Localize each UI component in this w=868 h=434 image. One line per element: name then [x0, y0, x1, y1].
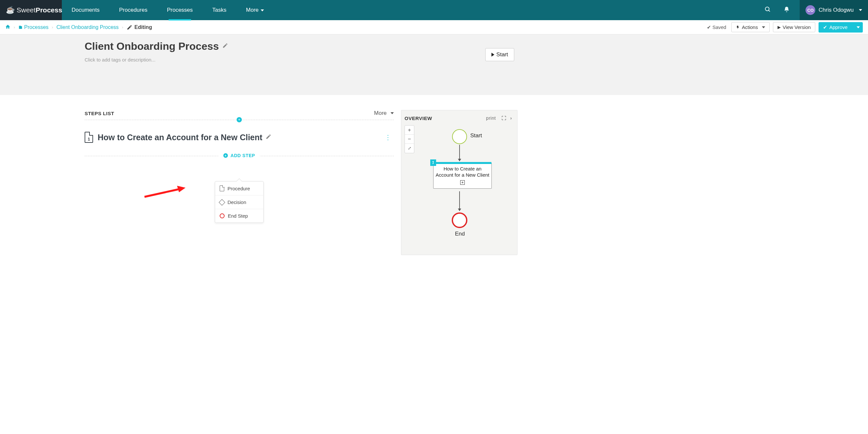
chevron-right-icon[interactable]: › — [508, 115, 514, 121]
arrow-icon — [459, 191, 460, 211]
breadcrumb-editing: Editing — [127, 24, 152, 30]
chevron-right-icon: › — [14, 25, 15, 30]
chevron-down-icon — [857, 26, 860, 28]
arrow-icon — [459, 145, 460, 161]
view-version-label: View Version — [783, 24, 811, 30]
end-circle-icon — [220, 213, 224, 218]
print-link[interactable]: print — [486, 116, 496, 121]
nav-more-label: More — [246, 7, 259, 13]
chevron-down-icon — [391, 112, 394, 114]
diagram-start-label: Start — [470, 132, 482, 139]
breadcrumb-process-name[interactable]: Client Onboarding Process — [56, 24, 119, 30]
view-version-button[interactable]: ▶ View Version — [773, 22, 815, 32]
nav-tasks[interactable]: Tasks — [203, 0, 236, 20]
page-title-text: Client Onboarding Process — [85, 40, 219, 52]
subheader: › Processes › Client Onboarding Process … — [0, 20, 868, 34]
search-icon[interactable] — [762, 4, 774, 17]
insert-step-plus[interactable]: + — [237, 117, 242, 122]
diagram-end-label: End — [455, 231, 465, 237]
add-step-divider: + ADD STEP — [85, 156, 394, 156]
logo-process: Process — [35, 6, 62, 14]
steps-list: STEPS LIST More + 1 How to Create an Acc… — [85, 110, 394, 156]
add-step-decision-label: Decision — [227, 199, 246, 205]
breadcrumb-processes[interactable]: Processes — [18, 24, 49, 30]
diagram-expand-icon[interactable]: + — [460, 180, 465, 185]
actions-button[interactable]: Actions — [731, 22, 769, 32]
svg-marker-3 — [177, 186, 186, 192]
steps-more-label: More — [374, 110, 386, 117]
bolt-icon — [736, 25, 740, 30]
title-area: Client Onboarding Process Click to add t… — [0, 34, 868, 95]
pencil-icon — [127, 24, 132, 30]
svg-point-0 — [766, 7, 769, 11]
start-button[interactable]: Start — [485, 48, 514, 61]
chevron-down-icon — [762, 26, 765, 28]
nav-more[interactable]: More — [236, 0, 274, 20]
nav-processes[interactable]: Processes — [157, 0, 203, 20]
chevron-down-icon — [859, 9, 862, 11]
breadcrumb-editing-label: Editing — [134, 24, 152, 30]
avatar: CO — [806, 5, 815, 15]
add-step-endstep[interactable]: End Step — [215, 209, 263, 222]
nav-documents[interactable]: Documents — [62, 0, 110, 20]
nav-links: Documents Procedures Processes Tasks Mor… — [62, 0, 274, 20]
header-right: CO Chris Odogwu — [762, 0, 868, 20]
diagram-step-bar — [434, 162, 491, 164]
actions-label: Actions — [742, 24, 758, 30]
start-label: Start — [496, 52, 508, 58]
top-navbar: ☕ SweetProcess Documents Procedures Proc… — [0, 0, 868, 20]
steps-list-heading: STEPS LIST — [85, 111, 114, 116]
approve-button[interactable]: ✔ Approve — [818, 22, 852, 33]
annotation-arrow — [143, 186, 186, 199]
breadcrumb-processes-label: Processes — [24, 24, 49, 30]
add-step-procedure[interactable]: Procedure — [215, 182, 263, 195]
approve-label: Approve — [829, 24, 847, 30]
overview-panel: OVERVIEW print ⛶ › + − ⤢ Start 1 How to … — [401, 110, 518, 255]
add-step-label: ADD STEP — [230, 153, 255, 158]
diagram-step-title: How to Create an Account for a New Clien… — [435, 166, 490, 178]
chevron-right-icon: › — [52, 25, 53, 30]
logo-sweet: Sweet — [17, 6, 35, 14]
add-step-popover: Procedure Decision End Step — [215, 181, 264, 223]
tags-description-hint[interactable]: Click to add tags or description... — [85, 57, 514, 62]
play-icon — [491, 53, 494, 57]
plus-icon: + — [223, 153, 228, 158]
insert-step-divider: + — [85, 120, 394, 120]
home-icon[interactable] — [5, 24, 10, 31]
add-step-decision[interactable]: Decision — [215, 195, 263, 209]
nav-procedures[interactable]: Procedures — [110, 0, 157, 20]
add-step-endstep-label: End Step — [228, 213, 248, 219]
main-content: STEPS LIST More + 1 How to Create an Acc… — [85, 110, 518, 255]
edit-step-icon[interactable] — [266, 134, 272, 141]
add-step-procedure-label: Procedure — [227, 186, 250, 191]
svg-line-1 — [769, 10, 770, 11]
document-icon — [220, 185, 224, 191]
chevron-right-icon: › — [122, 25, 123, 30]
overview-heading: OVERVIEW — [405, 116, 432, 121]
user-name: Chris Odogwu — [818, 7, 854, 13]
chevron-down-icon — [261, 9, 264, 11]
step-title: How to Create an Account for a New Clien… — [98, 133, 262, 142]
diamond-icon — [219, 199, 225, 206]
process-diagram: Start 1 How to Create an Account for a N… — [405, 128, 514, 245]
page-title[interactable]: Client Onboarding Process — [85, 40, 514, 52]
expand-icon[interactable]: ⛶ — [500, 115, 508, 121]
saved-status: ✔ Saved — [707, 24, 726, 30]
step-number: 1 — [85, 137, 92, 142]
approve-dropdown[interactable] — [852, 22, 863, 33]
chevron-right-icon: ▶ — [777, 25, 781, 30]
logo-icon: ☕ — [6, 6, 14, 14]
edit-title-icon[interactable] — [222, 42, 228, 50]
diagram-start-node[interactable] — [452, 129, 467, 144]
diagram-end-node[interactable] — [452, 212, 467, 228]
step-row[interactable]: 1 How to Create an Account for a New Cli… — [85, 129, 394, 146]
logo[interactable]: ☕ SweetProcess — [0, 0, 62, 20]
bell-icon[interactable] — [781, 4, 793, 17]
svg-line-2 — [145, 189, 180, 197]
step-number-icon: 1 — [85, 132, 93, 143]
steps-more[interactable]: More — [374, 110, 394, 117]
step-kebab-menu[interactable]: ⋮ — [382, 132, 394, 143]
user-menu[interactable]: CO Chris Odogwu — [800, 0, 868, 20]
diagram-step-node[interactable]: 1 How to Create an Account for a New Cli… — [433, 163, 492, 189]
add-step-button[interactable]: + ADD STEP — [219, 152, 260, 159]
